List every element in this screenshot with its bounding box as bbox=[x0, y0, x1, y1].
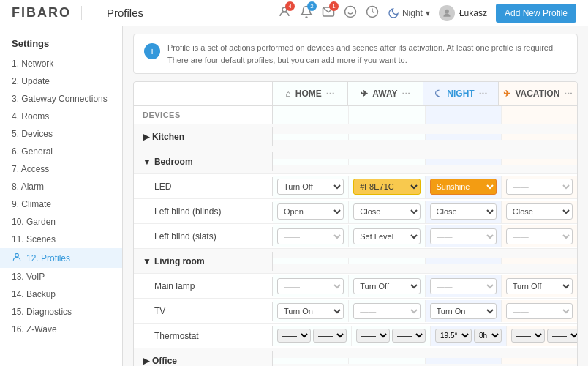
mail-icon[interactable]: 1 bbox=[322, 5, 335, 21]
profiles-table: ⌂ HOME ··· ✈ AWAY ··· ☾ NIGHT ··· ✈ VACA… bbox=[133, 81, 578, 366]
thermostat-night[interactable]: 19.5° 8h bbox=[431, 326, 507, 346]
blind-blinds-vacation[interactable]: Close bbox=[502, 201, 577, 223]
away-dots[interactable]: ··· bbox=[402, 88, 411, 100]
sidebar-item-rooms[interactable]: 4. Rooms bbox=[0, 108, 122, 125]
sidebar-item-label: 11. Scenes bbox=[12, 234, 56, 244]
info-box: i Profile is a set of actions performed … bbox=[133, 34, 578, 74]
bell-icon[interactable]: 2 bbox=[300, 5, 313, 21]
vacation-dots[interactable]: ··· bbox=[564, 88, 573, 100]
sidebar-item-update[interactable]: 2. Update bbox=[0, 72, 122, 90]
thermostat-away[interactable]: —— —— bbox=[352, 326, 431, 346]
tv-night[interactable]: Turn On bbox=[426, 300, 502, 322]
tv-home-select[interactable]: Turn On bbox=[277, 303, 344, 319]
sidebar-item-general[interactable]: 6. General bbox=[0, 143, 122, 160]
led-home[interactable]: Turn Off bbox=[273, 176, 349, 198]
thermostat-away-select1[interactable]: —— bbox=[356, 329, 390, 343]
sidebar-item-diagnostics[interactable]: 15. Diagnostics bbox=[0, 303, 122, 321]
svg-point-2 bbox=[344, 6, 355, 17]
blind-blinds-night[interactable]: Close bbox=[426, 201, 502, 223]
led-vacation-select[interactable]: —— bbox=[506, 179, 573, 195]
face-icon[interactable] bbox=[344, 5, 357, 21]
blind-blinds-home-select[interactable]: Open bbox=[277, 203, 344, 220]
blind-blinds-away[interactable]: Close bbox=[349, 201, 425, 223]
led-night-select[interactable]: Sunshine bbox=[430, 179, 497, 195]
night-label: NIGHT bbox=[447, 89, 474, 99]
clock-icon[interactable] bbox=[366, 5, 379, 21]
led-vacation[interactable]: —— bbox=[502, 176, 577, 198]
led-night[interactable]: Sunshine bbox=[426, 176, 502, 198]
tv-vacation[interactable]: —— bbox=[502, 300, 577, 322]
thermostat-vacation-select1[interactable]: —— bbox=[511, 329, 545, 343]
sidebar-item-climate[interactable]: 9. Climate bbox=[0, 195, 122, 213]
sidebar-item-profiles[interactable]: 12. Profiles bbox=[0, 248, 122, 268]
sidebar-item-garden[interactable]: 10. Garden bbox=[0, 213, 122, 231]
thermostat-night-select1[interactable]: 19.5° bbox=[435, 329, 472, 343]
thermostat-home-select1[interactable]: —— bbox=[277, 329, 311, 343]
bedroom-home bbox=[273, 159, 349, 165]
thermostat-night-select2[interactable]: 8h bbox=[474, 329, 502, 343]
led-away-select[interactable]: #F8E71C bbox=[353, 179, 420, 195]
blind-blinds-away-select[interactable]: Close bbox=[353, 203, 420, 220]
mainlamp-home-select[interactable]: —— bbox=[277, 278, 344, 294]
sidebar-item-access[interactable]: 7. Access bbox=[0, 160, 122, 178]
mode-selector[interactable]: Night ▾ bbox=[388, 7, 430, 19]
office-toggle[interactable]: ▶ bbox=[143, 356, 149, 366]
thermostat-home[interactable]: —— —— bbox=[273, 326, 352, 346]
sidebar-item-network[interactable]: 1. Network bbox=[0, 55, 122, 72]
avatar bbox=[439, 5, 455, 21]
blind-slats-away[interactable]: Set Level bbox=[349, 225, 425, 247]
home-dots[interactable]: ··· bbox=[326, 88, 335, 100]
sidebar-item-devices[interactable]: 5. Devices bbox=[0, 125, 122, 143]
tv-night-select[interactable]: Turn On bbox=[430, 303, 497, 319]
blind-slats-vacation-select[interactable]: —— bbox=[506, 228, 573, 244]
kitchen-toggle[interactable]: ▶ bbox=[143, 132, 149, 142]
blind-slats-night[interactable]: —— bbox=[426, 225, 502, 247]
user-name: Łukasz bbox=[459, 8, 487, 18]
livingroom-section: ▼ Living room bbox=[134, 249, 577, 274]
person-icon[interactable]: 4 bbox=[278, 5, 291, 21]
tv-home[interactable]: Turn On bbox=[273, 300, 349, 322]
blind-slats-night-select[interactable]: —— bbox=[430, 228, 497, 244]
night-dots[interactable]: ··· bbox=[479, 88, 488, 100]
blind-slats-home[interactable]: —— bbox=[273, 225, 349, 247]
livingroom-toggle[interactable]: ▼ bbox=[143, 256, 151, 266]
thermostat-home-select2[interactable]: —— bbox=[313, 329, 347, 343]
mainlamp-night-select[interactable]: —— bbox=[430, 278, 497, 294]
sidebar-item-gateway[interactable]: 3. Gateway Connections bbox=[0, 90, 122, 108]
sidebar-item-label: 8. Alarm bbox=[12, 182, 44, 192]
mainlamp-home[interactable]: —— bbox=[273, 275, 349, 297]
mainlamp-vacation[interactable]: Turn Off bbox=[502, 275, 577, 297]
sidebar-item-backup[interactable]: 14. Backup bbox=[0, 285, 122, 303]
sidebar-item-icon bbox=[12, 252, 22, 264]
kitchen-label: ▶ Kitchen bbox=[134, 127, 273, 146]
mail-badge: 1 bbox=[329, 1, 339, 11]
thermostat-vacation[interactable]: —— —— bbox=[507, 326, 578, 346]
blind-blinds-vacation-select[interactable]: Close bbox=[506, 203, 573, 220]
sidebar-item-alarm[interactable]: 8. Alarm bbox=[0, 178, 122, 195]
bedroom-toggle[interactable]: ▼ bbox=[143, 157, 151, 167]
empty-home bbox=[273, 106, 349, 124]
thermostat-away-select2[interactable]: —— bbox=[392, 329, 426, 343]
blind-slats-home-select[interactable]: —— bbox=[277, 228, 344, 244]
home-icon: ⌂ bbox=[286, 89, 291, 99]
blind-slats-away-select[interactable]: Set Level bbox=[353, 228, 420, 244]
blind-slats-vacation[interactable]: —— bbox=[502, 225, 577, 247]
sidebar-item-zwave[interactable]: 16. Z-Wave bbox=[0, 321, 122, 338]
office-away bbox=[349, 358, 425, 364]
add-profile-button[interactable]: Add New Profile bbox=[496, 4, 576, 23]
led-away[interactable]: #F8E71C bbox=[349, 176, 425, 198]
mainlamp-night[interactable]: —— bbox=[426, 275, 502, 297]
mainlamp-away-select[interactable]: Turn Off bbox=[353, 278, 420, 294]
user-section[interactable]: Łukasz bbox=[439, 5, 487, 21]
mainlamp-away[interactable]: Turn Off bbox=[349, 275, 425, 297]
thermostat-vacation-select2[interactable]: —— bbox=[547, 329, 578, 343]
sidebar-item-scenes[interactable]: 11. Scenes bbox=[0, 231, 122, 248]
tv-vacation-select[interactable]: —— bbox=[506, 303, 573, 319]
blind-blinds-night-select[interactable]: Close bbox=[430, 203, 497, 220]
led-home-select[interactable]: Turn Off bbox=[277, 179, 344, 195]
sidebar-item-voip[interactable]: 13. VoIP bbox=[0, 268, 122, 285]
blind-blinds-home[interactable]: Open bbox=[273, 201, 349, 223]
tv-away[interactable]: —— bbox=[349, 300, 425, 322]
tv-away-select[interactable]: —— bbox=[353, 303, 420, 319]
mainlamp-vacation-select[interactable]: Turn Off bbox=[506, 278, 573, 294]
